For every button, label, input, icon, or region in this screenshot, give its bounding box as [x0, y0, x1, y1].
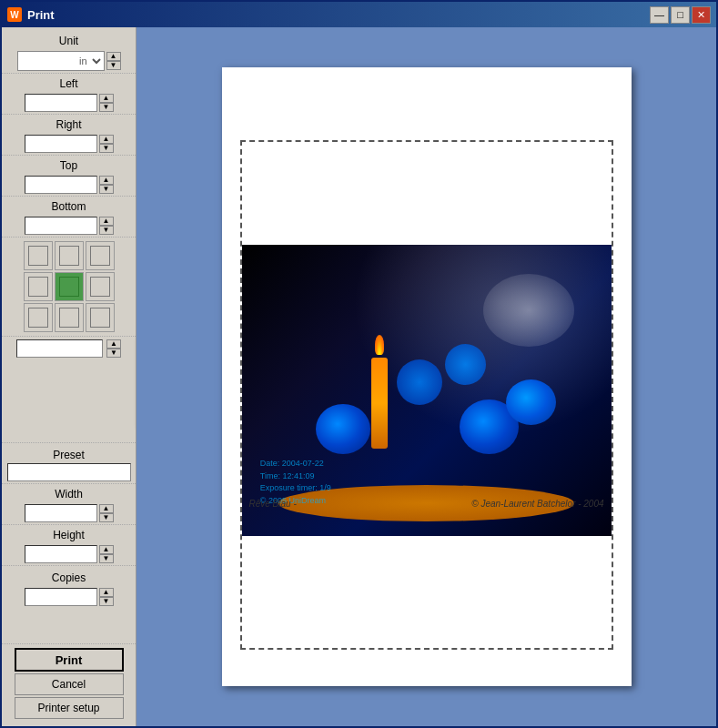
unit-spinner: ▲ ▼ [106, 52, 121, 70]
cancel-button[interactable]: Cancel [15, 673, 124, 695]
app-icon: W [7, 7, 22, 22]
right-down[interactable]: ▼ [99, 144, 114, 153]
grid-row-2 [24, 272, 115, 301]
grid-cell-br[interactable] [86, 303, 115, 332]
alignment-grid [2, 237, 136, 337]
copies-down[interactable]: ▼ [99, 597, 114, 606]
left-input[interactable]: 1.00 " [25, 94, 97, 112]
width-down[interactable]: ▼ [99, 513, 114, 522]
fit-to-page-input[interactable]: Fit to page [16, 339, 103, 358]
copies-spinner: ▲ ▼ [99, 588, 114, 606]
title-bar: W Print — □ ✕ [2, 2, 716, 27]
close-button[interactable]: ✕ [692, 6, 711, 24]
fit-to-page-row: Fit to page ▲ ▼ [2, 337, 136, 360]
height-down[interactable]: ▼ [99, 554, 114, 563]
caption-right: © Jean-Laurent Batchelor - 2004 [471, 499, 603, 509]
top-row: 1.00 " ▲ ▼ [2, 174, 136, 196]
bottom-up[interactable]: ▲ [99, 217, 114, 226]
left-down[interactable]: ▼ [99, 103, 114, 112]
right-up[interactable]: ▲ [99, 135, 114, 144]
bottom-label: Bottom [2, 196, 136, 215]
grid-cell-mr[interactable] [86, 272, 115, 301]
orange1 [316, 404, 370, 454]
unit-row: in cm mm ▲ ▼ [2, 49, 136, 73]
bottom-row: 1.00 " ▲ ▼ [2, 215, 136, 237]
bottom-spinner: ▲ ▼ [99, 217, 114, 235]
grid-cell-mc[interactable] [55, 272, 84, 301]
height-row: 4.00 " ▲ ▼ [2, 543, 136, 565]
unit-up[interactable]: ▲ [106, 52, 121, 61]
left-up[interactable]: ▲ [99, 94, 114, 103]
fit-page-down[interactable]: ▼ [106, 349, 121, 358]
unit-select[interactable]: in cm mm [17, 51, 105, 71]
unit-label: Unit [2, 31, 136, 49]
grid-cell-bc[interactable] [55, 303, 84, 332]
window-title: Print [27, 8, 55, 22]
bottom-down[interactable]: ▼ [99, 226, 114, 235]
orange-slice2 [445, 344, 486, 385]
right-row: 1.00 " ▲ ▼ [2, 133, 136, 155]
grid-cell-tc[interactable] [55, 241, 84, 270]
caption-left: Rêve Blau - [249, 499, 297, 509]
fit-page-spinner: ▲ ▼ [106, 339, 121, 358]
grid-cell-tr[interactable] [86, 241, 115, 270]
fit-page-up[interactable]: ▲ [106, 339, 121, 349]
height-spinner: ▲ ▼ [99, 545, 114, 563]
orange3 [506, 379, 556, 425]
copies-input[interactable]: 1 [25, 588, 97, 606]
title-bar-left: W Print [7, 7, 55, 22]
grid-cell-bl[interactable] [24, 303, 53, 332]
copies-up[interactable]: ▲ [99, 588, 114, 597]
maximize-button[interactable]: □ [671, 6, 690, 24]
right-input[interactable]: 1.00 " [25, 135, 97, 153]
left-label: Left [2, 73, 136, 92]
width-row: 6.00 " ▲ ▼ [2, 502, 136, 524]
bottom-buttons: Print Cancel Printer setup [2, 643, 136, 723]
width-input[interactable]: 6.00 " [25, 504, 97, 522]
left-spinner: ▲ ▼ [99, 94, 114, 112]
copies-row: 1 ▲ ▼ [5, 586, 132, 608]
left-panel: Unit in cm mm ▲ ▼ Left 1.00 " ▲ ▼ [2, 27, 137, 726]
top-input[interactable]: 1.00 " [25, 176, 97, 194]
print-button[interactable]: Print [15, 648, 124, 672]
width-label: Width [2, 483, 136, 502]
top-spinner: ▲ ▼ [99, 176, 114, 194]
grid-cell-tl[interactable] [24, 241, 53, 270]
main-window: W Print — □ ✕ Unit in cm mm ▲ ▼ [0, 0, 718, 728]
width-spinner: ▲ ▼ [99, 504, 114, 522]
preview-area: Date: 2004-07-22 Time: 12:41:09 Exposure… [137, 27, 716, 726]
photo-container: Date: 2004-07-22 Time: 12:41:09 Exposure… [242, 245, 612, 536]
content-area: Unit in cm mm ▲ ▼ Left 1.00 " ▲ ▼ [2, 27, 716, 726]
preset-label: Preset [51, 445, 86, 463]
preset-input[interactable]: 4" (15 cm x 10 ... [7, 463, 131, 481]
copies-label: Copies [5, 568, 132, 586]
top-down[interactable]: ▼ [99, 185, 114, 194]
candle [371, 358, 388, 449]
photo: Date: 2004-07-22 Time: 12:41:09 Exposure… [242, 245, 612, 536]
minimize-button[interactable]: — [650, 6, 669, 24]
grid-row-1 [24, 241, 115, 270]
height-input[interactable]: 4.00 " [25, 545, 97, 563]
width-up[interactable]: ▲ [99, 504, 114, 513]
grid-row-3 [24, 303, 115, 332]
height-up[interactable]: ▲ [99, 545, 114, 554]
fit-to-page-container: Fit to page ▲ ▼ Normal Fit to page Stret… [2, 337, 136, 360]
title-buttons: — □ ✕ [650, 6, 711, 24]
preset-row: Preset 4" (15 cm x 10 ... [2, 442, 136, 483]
orange-slice1 [397, 359, 442, 405]
top-label: Top [2, 155, 136, 174]
top-up[interactable]: ▲ [99, 176, 114, 185]
bottom-input[interactable]: 1.00 " [25, 217, 97, 235]
unit-down[interactable]: ▼ [106, 61, 121, 70]
printer-setup-button[interactable]: Printer setup [15, 697, 124, 719]
left-row: 1.00 " ▲ ▼ [2, 92, 136, 114]
copies-section: Copies 1 ▲ ▼ [2, 565, 136, 610]
right-label: Right [2, 114, 136, 133]
grid-cell-ml[interactable] [24, 272, 53, 301]
candle-flame [375, 335, 384, 355]
right-spinner: ▲ ▼ [99, 135, 114, 153]
height-label: Height [2, 524, 136, 543]
photo-caption: Rêve Blau - © Jean-Laurent Batchelor - 2… [249, 499, 604, 509]
page-preview: Date: 2004-07-22 Time: 12:41:09 Exposure… [222, 67, 632, 686]
